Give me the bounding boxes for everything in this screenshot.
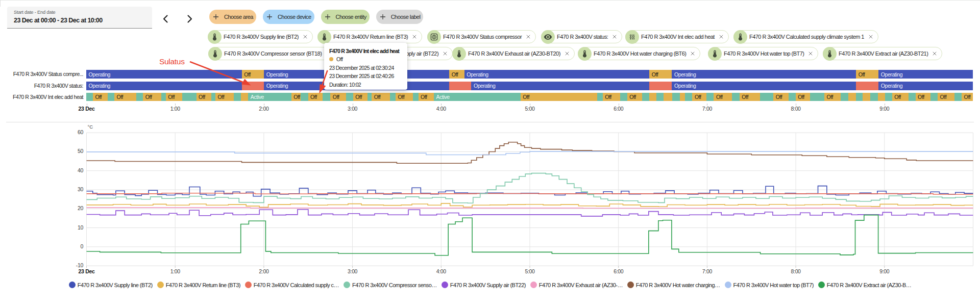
legend-item[interactable]: F470 R 3x400V Return line (BT3) xyxy=(157,282,240,288)
timeline-tooltip: F470 R 3x400V Int elec add heat Off 23 D… xyxy=(324,43,407,90)
chart-y-label: -10 xyxy=(66,262,83,268)
legend-dot-icon xyxy=(627,282,634,288)
chart-x-label: 6:00 xyxy=(614,268,623,274)
chart-y-label: 30 xyxy=(66,186,83,192)
chart-x-label: 3:00 xyxy=(348,268,357,274)
chart-y-label: 10 xyxy=(66,224,83,231)
tooltip-state: Off xyxy=(336,56,343,62)
tooltip-end-time: 23 December 2025 at 02:40:26 xyxy=(329,73,402,79)
chart-y-label: 50 xyxy=(66,148,83,154)
annotation-text: Sulatus xyxy=(159,57,185,66)
chart-legend: F470 R 3x400V Supply line (BT2)F470 R 3x… xyxy=(0,282,980,288)
legend-dot-icon xyxy=(725,282,731,288)
legend-dot-icon xyxy=(69,282,76,288)
chart-canvas xyxy=(0,0,980,307)
legend-dot-icon xyxy=(157,282,164,288)
state-dot-icon xyxy=(329,57,333,61)
legend-item[interactable]: F470 R 3x400V Supply air (BT22) xyxy=(442,282,526,288)
chart-y-label: 20 xyxy=(66,205,83,211)
legend-label: F470 R 3x400V Supply line (BT2) xyxy=(78,282,153,288)
legend-item[interactable]: F470 R 3x400V Hot water top (BT7) xyxy=(725,282,814,288)
chart-y-label: 40 xyxy=(66,167,83,173)
legend-dot-icon xyxy=(442,282,448,288)
chart-x-label: 8:00 xyxy=(791,268,801,274)
legend-label: F470 R 3x400V Hot water charging… xyxy=(636,282,720,288)
tooltip-title: F470 R 3x400V Int elec add heat xyxy=(329,48,402,54)
chart-series-line xyxy=(87,208,973,208)
legend-item[interactable]: F470 R 3x400V Extract air (AZ30-B… xyxy=(818,282,911,288)
history-page: Start date - End date 23 Dec at 00:00 - … xyxy=(0,0,980,307)
legend-label: F470 R 3x400V Compressor senso… xyxy=(352,282,437,288)
legend-label: F470 R 3x400V Calculated supply c… xyxy=(254,282,339,288)
tooltip-state-row: Off xyxy=(329,56,402,62)
legend-item[interactable]: F470 R 3x400V Exhaust air (AZ30-… xyxy=(530,282,623,288)
legend-label: F470 R 3x400V Hot water top (BT7) xyxy=(733,282,814,288)
legend-label: F470 R 3x400V Extract air (AZ30-B… xyxy=(827,282,911,288)
chart-x-label: 23 Dec xyxy=(79,268,95,274)
tooltip-duration: Duration: 10:02 xyxy=(329,82,402,88)
chart-y-label: 60 xyxy=(66,129,83,135)
legend-label: F470 R 3x400V Return line (BT3) xyxy=(166,282,240,288)
chart-unit-label: °C xyxy=(88,124,93,130)
chart-x-label: 9:00 xyxy=(879,268,889,274)
chart-x-label: 4:00 xyxy=(436,268,446,274)
legend-dot-icon xyxy=(245,282,252,288)
legend-dot-icon xyxy=(344,282,350,288)
chart-x-label: 1:00 xyxy=(170,268,180,274)
legend-item[interactable]: F470 R 3x400V Calculated supply c… xyxy=(245,282,339,288)
legend-dot-icon xyxy=(530,282,537,288)
legend-item[interactable]: F470 R 3x400V Supply line (BT2) xyxy=(69,282,153,288)
legend-label: F470 R 3x400V Supply air (BT22) xyxy=(450,282,526,288)
chart-x-label: 2:00 xyxy=(259,268,268,274)
legend-item[interactable]: F470 R 3x400V Hot water charging… xyxy=(627,282,720,288)
chart-x-label: 7:00 xyxy=(702,268,712,274)
legend-dot-icon xyxy=(818,282,825,288)
tooltip-start-time: 23 December 2025 at 02:30:24 xyxy=(329,65,402,71)
chart-x-label: 5:00 xyxy=(525,268,534,274)
chart-y-label: 0 xyxy=(66,243,83,249)
legend-label: F470 R 3x400V Exhaust air (AZ30-… xyxy=(539,282,623,288)
legend-item[interactable]: F470 R 3x400V Compressor senso… xyxy=(344,282,437,288)
